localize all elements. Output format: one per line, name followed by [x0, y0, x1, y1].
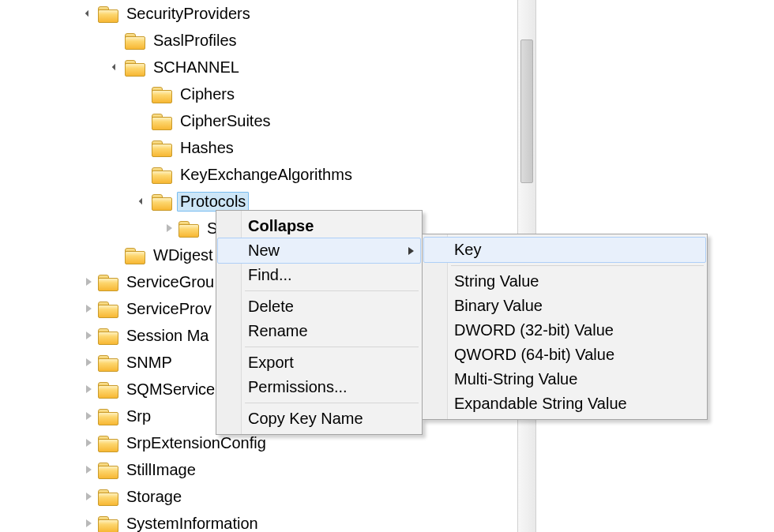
folder-icon [178, 219, 199, 237]
tree-item-label[interactable]: Session Ma [123, 326, 212, 346]
tree-item[interactable]: SCHANNEL [0, 54, 517, 81]
expand-icon[interactable] [81, 435, 96, 451]
tree-item-label[interactable]: SrpExtensionConfig [123, 433, 269, 453]
menu-item[interactable]: Copy Key Name [218, 406, 420, 431]
collapse-icon[interactable] [134, 193, 150, 209]
expand-icon[interactable] [81, 408, 96, 424]
tree-item-label[interactable]: KeyExchangeAlgorithms [177, 165, 355, 185]
menu-item[interactable]: Binary Value [424, 294, 705, 318]
menu-item-label: QWORD (64-bit) Value [454, 346, 614, 363]
tree-item-label[interactable]: Protocols [177, 192, 249, 212]
folder-icon [98, 488, 118, 505]
tree-item-label[interactable]: SaslProfiles [150, 31, 240, 51]
folder-icon [98, 461, 118, 478]
expand-icon[interactable] [81, 301, 96, 317]
tree-item-label[interactable]: SystemInformation [123, 514, 261, 533]
menu-item-label: Export [248, 354, 294, 371]
menu-item[interactable]: New [217, 238, 421, 264]
tree-item-label[interactable]: SecurityProviders [123, 4, 254, 24]
menu-item-label: Expandable String Value [454, 395, 627, 412]
expand-icon[interactable] [81, 354, 96, 370]
tree-item-label[interactable]: Srp [123, 406, 154, 426]
tree-item-label[interactable]: StillImage [123, 460, 199, 480]
menu-item-label: DWORD (32-bit) Value [454, 321, 614, 339]
tree-item[interactable]: SystemInformation [0, 510, 517, 532]
tree-item-label[interactable]: SCHANNEL [150, 58, 242, 77]
tree-item-label[interactable]: ServiceProv [123, 299, 215, 319]
menu-item-label: Find... [248, 266, 292, 283]
collapse-icon[interactable] [107, 59, 123, 75]
menu-item-label: Key [454, 241, 481, 258]
submenu-new: KeyString ValueBinary ValueDWORD (32-bit… [422, 234, 708, 420]
tree-item-label[interactable]: SNMP [123, 353, 175, 373]
tree-item[interactable]: CipherSuites [0, 107, 517, 134]
menu-item[interactable]: QWORD (64-bit) Value [424, 343, 705, 367]
tree-item[interactable]: Hashes [0, 134, 517, 161]
chevron-right-icon [408, 247, 414, 255]
tree-item-label[interactable]: CipherSuites [177, 111, 274, 131]
folder-icon [152, 193, 172, 210]
menu-item-label: New [248, 242, 280, 259]
tree-item-label[interactable]: WDigest [150, 245, 216, 265]
expand-icon[interactable] [81, 274, 96, 290]
folder-icon [98, 380, 118, 398]
folder-icon [125, 32, 145, 49]
menu-separator [245, 403, 419, 403]
tree-item[interactable]: SaslProfiles [0, 27, 517, 54]
menu-item[interactable]: Rename [218, 319, 420, 343]
menu-item[interactable]: DWORD (32-bit) Value [424, 318, 705, 343]
menu-item-label: Copy Key Name [248, 410, 363, 427]
tree-item-label[interactable]: Storage [123, 487, 185, 507]
expand-icon[interactable] [81, 462, 96, 478]
menu-item[interactable]: Key [423, 237, 706, 263]
menu-item-label: Multi-String Value [454, 370, 577, 388]
tree-item[interactable]: Ciphers [0, 81, 517, 107]
tree-item[interactable]: StillImage [0, 456, 517, 483]
expand-icon[interactable] [161, 220, 177, 236]
folder-icon [98, 327, 118, 344]
folder-icon [152, 139, 172, 156]
menu-separator [451, 265, 704, 266]
menu-item[interactable]: Find... [218, 263, 420, 287]
folder-icon [125, 58, 145, 76]
menu-item[interactable]: Collapse [218, 214, 420, 238]
menu-item-label: Rename [248, 322, 308, 339]
folder-icon [152, 112, 172, 129]
menu-item-label: String Value [454, 272, 539, 290]
menu-item[interactable]: Multi-String Value [424, 367, 705, 392]
menu-item-label: Binary Value [454, 297, 543, 314]
menu-item[interactable]: Expandable String Value [424, 392, 705, 416]
tree-item-label[interactable]: ServiceGrou [123, 272, 217, 292]
expand-icon[interactable] [81, 489, 96, 504]
menu-separator [245, 347, 419, 347]
folder-icon [152, 166, 172, 183]
menu-item[interactable]: Permissions... [218, 375, 420, 399]
folder-icon [152, 85, 172, 103]
menu-item-label: Permissions... [248, 378, 348, 395]
tree-item[interactable]: SecurityProviders [0, 0, 517, 27]
menu-separator [245, 290, 419, 291]
tree-item-label[interactable]: SQMService [123, 380, 218, 399]
folder-icon [98, 273, 118, 290]
menu-item[interactable]: Export [218, 350, 420, 375]
menu-item[interactable]: Delete [218, 294, 420, 319]
context-menu: CollapseNewFind...DeleteRenameExportPerm… [216, 210, 423, 435]
tree-item[interactable]: KeyExchangeAlgorithms [0, 161, 517, 188]
collapse-icon[interactable] [81, 6, 96, 21]
menu-item-label: Collapse [248, 217, 314, 234]
folder-icon [98, 434, 118, 451]
expand-icon[interactable] [81, 515, 96, 531]
folder-icon [98, 5, 118, 22]
folder-icon [98, 300, 118, 317]
expand-icon[interactable] [81, 381, 96, 397]
folder-icon [98, 354, 118, 371]
folder-icon [125, 246, 145, 264]
menu-item[interactable]: String Value [424, 269, 705, 294]
folder-icon [98, 515, 118, 532]
folder-icon [98, 407, 118, 425]
expand-icon[interactable] [81, 328, 96, 343]
tree-item-label[interactable]: Hashes [177, 138, 237, 158]
menu-item-label: Delete [248, 298, 294, 315]
tree-item[interactable]: Storage [0, 483, 517, 510]
tree-item-label[interactable]: Ciphers [177, 84, 238, 104]
